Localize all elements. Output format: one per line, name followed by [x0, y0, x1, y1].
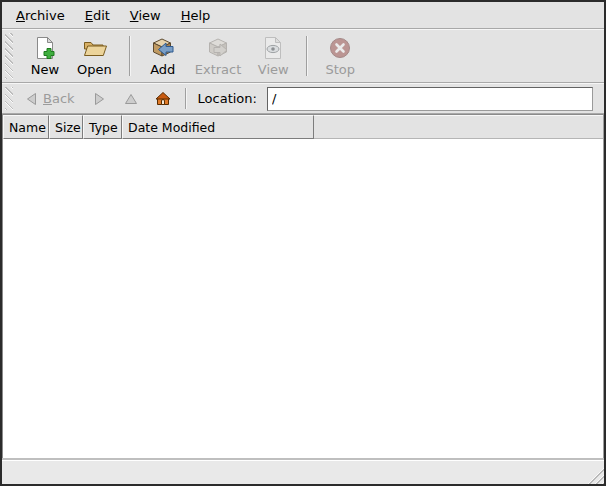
column-type-label: Type — [89, 120, 118, 135]
menu-archive[interactable]: Archive — [6, 2, 75, 28]
menu-help[interactable]: Help — [171, 2, 221, 28]
view-file-icon — [260, 35, 286, 61]
extract-archive-icon — [205, 35, 231, 61]
file-list-body[interactable] — [3, 139, 603, 459]
home-icon — [155, 91, 171, 107]
column-header-size[interactable]: Size — [49, 115, 83, 139]
forward-button[interactable] — [86, 88, 112, 110]
menu-help-label: Help — [181, 8, 211, 23]
back-button-label: Back — [43, 91, 75, 106]
home-button[interactable] — [150, 88, 176, 110]
open-archive-button[interactable]: Open — [71, 32, 118, 80]
forward-arrow-icon — [91, 91, 107, 107]
new-archive-button[interactable]: New — [23, 32, 67, 80]
up-button[interactable] — [118, 88, 144, 110]
open-button-label: Open — [77, 62, 112, 77]
navigation-toolbar: Back — [2, 83, 604, 114]
file-list-frame: Name Size Type Date Modified — [2, 114, 604, 460]
stop-icon — [327, 35, 353, 61]
up-arrow-icon — [123, 91, 139, 107]
menu-view[interactable]: View — [120, 2, 171, 28]
menu-edit[interactable]: Edit — [75, 2, 120, 28]
extract-button[interactable]: Extract — [189, 32, 248, 80]
menu-archive-label: Archive — [16, 8, 65, 23]
view-button-label: View — [258, 62, 289, 77]
column-header-filler — [314, 115, 603, 139]
new-button-label: New — [31, 62, 59, 77]
menu-view-label: View — [130, 8, 161, 23]
view-file-button[interactable]: View — [251, 32, 295, 80]
main-toolbar: New Open Add — [2, 29, 604, 83]
archive-manager-window: Archive Edit View Help New — [0, 0, 606, 486]
open-folder-icon — [81, 35, 107, 61]
stop-button[interactable]: Stop — [318, 32, 362, 80]
statusbar — [2, 460, 604, 484]
navbar-separator — [185, 88, 186, 109]
back-button[interactable]: Back — [19, 88, 80, 110]
add-button-label: Add — [150, 62, 175, 77]
new-archive-icon — [32, 35, 58, 61]
stop-button-label: Stop — [326, 62, 356, 77]
resize-grip[interactable] — [585, 465, 604, 484]
add-files-button[interactable]: Add — [141, 32, 185, 80]
menubar: Archive Edit View Help — [2, 2, 604, 29]
extract-button-label: Extract — [195, 62, 242, 77]
add-to-archive-icon — [150, 35, 176, 61]
toolbar-grip-handle[interactable] — [5, 33, 13, 79]
location-label: Location: — [198, 91, 257, 106]
location-input[interactable] — [267, 87, 593, 111]
menu-edit-label: Edit — [85, 8, 110, 23]
navbar-grip-handle[interactable] — [5, 87, 13, 110]
column-name-label: Name — [9, 120, 46, 135]
back-arrow-icon — [24, 91, 40, 107]
toolbar-separator — [129, 36, 130, 76]
column-header-date-modified[interactable]: Date Modified — [122, 115, 314, 139]
column-header-name[interactable]: Name — [3, 115, 49, 139]
toolbar-separator — [306, 36, 307, 76]
column-header-row: Name Size Type Date Modified — [3, 115, 603, 139]
column-size-label: Size — [55, 120, 81, 135]
column-header-type[interactable]: Type — [83, 115, 122, 139]
column-date-modified-label: Date Modified — [128, 120, 215, 135]
